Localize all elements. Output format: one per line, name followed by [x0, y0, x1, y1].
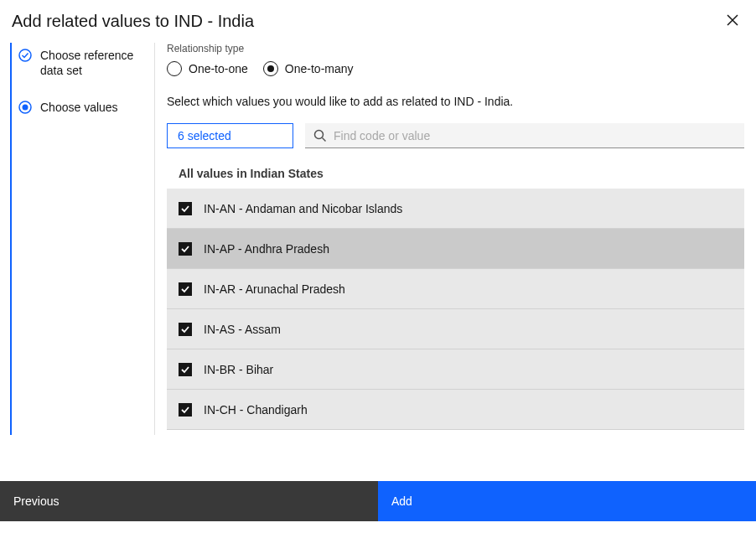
checkbox-checked-icon[interactable] — [179, 202, 192, 215]
previous-button[interactable]: Previous — [0, 481, 378, 521]
list-item-label: IN-AS - Assam — [204, 323, 281, 336]
dialog-footer: Previous Add — [0, 481, 756, 521]
list-item-label: IN-AR - Arunachal Pradesh — [204, 282, 345, 296]
svg-line-4 — [323, 137, 326, 141]
close-icon — [727, 14, 738, 26]
button-label: Previous — [13, 494, 59, 508]
checkbox-checked-icon[interactable] — [179, 242, 192, 256]
search-icon — [313, 129, 327, 142]
search-field[interactable] — [305, 123, 744, 148]
checkbox-checked-icon[interactable] — [179, 282, 192, 296]
list-item-label: IN-AP - Andhra Pradesh — [204, 242, 329, 256]
radio-icon — [167, 61, 182, 76]
relationship-type-label: Relationship type — [167, 43, 744, 54]
relationship-type-radio-group: One-to-one One-to-many — [167, 61, 744, 76]
list-heading: All values in Indian States — [167, 157, 744, 189]
list-item[interactable]: IN-AS - Assam — [167, 309, 744, 349]
svg-point-0 — [19, 49, 31, 61]
list-item-label: IN-AN - Andaman and Nicobar Islands — [204, 202, 402, 215]
step-choose-values[interactable]: Choose values — [12, 95, 154, 120]
checkbox-checked-icon[interactable] — [179, 323, 192, 336]
list-item-label: IN-BR - Bihar — [204, 363, 273, 376]
radio-label: One-to-many — [285, 62, 354, 75]
values-list: IN-AN - Andaman and Nicobar Islands IN-A… — [167, 189, 744, 430]
list-item-label: IN-CH - Chandigarh — [204, 403, 308, 417]
step-label: Choose values — [40, 100, 118, 115]
controls-row: 6 selected — [167, 123, 744, 148]
step-label: Choose reference data set — [40, 48, 141, 78]
button-label: Add — [391, 494, 412, 508]
add-button[interactable]: Add — [378, 481, 756, 521]
checkbox-checked-icon[interactable] — [179, 363, 192, 376]
svg-point-3 — [315, 130, 324, 138]
search-input[interactable] — [334, 129, 736, 142]
step-sidebar: Choose reference data set Choose values — [10, 43, 154, 435]
dialog-header: Add related values to IND - India — [0, 0, 756, 31]
step-choose-reference-data-set[interactable]: Choose reference data set — [12, 43, 154, 83]
check-circle-icon — [18, 49, 32, 62]
close-button[interactable] — [724, 12, 741, 28]
radio-label: One-to-one — [189, 62, 248, 75]
dialog-body: Choose reference data set Choose values … — [0, 31, 756, 435]
list-item[interactable]: IN-AR - Arunachal Pradesh — [167, 269, 744, 309]
list-item[interactable]: IN-AP - Andhra Pradesh — [167, 229, 744, 269]
radio-one-to-many[interactable]: One-to-many — [263, 61, 354, 76]
list-item[interactable]: IN-AN - Andaman and Nicobar Islands — [167, 189, 744, 229]
dialog-title: Add related values to IND - India — [12, 12, 744, 31]
instruction-text: Select which values you would like to ad… — [167, 95, 744, 108]
main-panel: Relationship type One-to-one One-to-many… — [154, 43, 744, 435]
selected-count-pill[interactable]: 6 selected — [167, 123, 293, 148]
svg-point-2 — [23, 105, 28, 111]
selected-count-label: 6 selected — [178, 129, 231, 142]
list-item[interactable]: IN-CH - Chandigarh — [167, 390, 744, 430]
list-item[interactable]: IN-BR - Bihar — [167, 349, 744, 390]
radio-one-to-one[interactable]: One-to-one — [167, 61, 248, 76]
radio-icon — [263, 61, 278, 76]
checkbox-checked-icon[interactable] — [179, 403, 192, 417]
radio-current-icon — [18, 101, 32, 114]
